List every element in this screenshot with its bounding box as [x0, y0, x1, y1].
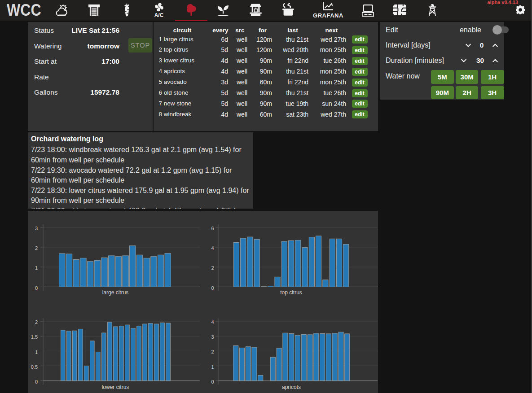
svg-text:apricots: apricots — [282, 384, 301, 390]
svg-text:3: 3 — [211, 334, 214, 340]
svg-text:large citrus: large citrus — [102, 289, 129, 296]
svg-text:4: 4 — [211, 319, 214, 325]
svg-text:2: 2 — [35, 245, 38, 251]
svg-text:4: 4 — [211, 245, 214, 251]
svg-text:2: 2 — [211, 349, 214, 354]
svg-text:0: 0 — [211, 285, 214, 291]
svg-text:0: 0 — [35, 285, 38, 291]
svg-text:lower citrus: lower citrus — [102, 384, 129, 390]
svg-text:6: 6 — [211, 226, 214, 231]
svg-text:top citrus: top citrus — [280, 289, 302, 296]
svg-text:1.5: 1.5 — [31, 334, 38, 340]
svg-text:0.5: 0.5 — [31, 364, 38, 370]
svg-text:3: 3 — [35, 226, 38, 231]
svg-text:1: 1 — [211, 364, 214, 370]
svg-text:0: 0 — [35, 379, 38, 384]
svg-text:2: 2 — [211, 265, 214, 271]
svg-text:1: 1 — [35, 349, 38, 355]
svg-text:1: 1 — [35, 265, 38, 271]
svg-text:0: 0 — [211, 379, 214, 384]
svg-text:2: 2 — [35, 319, 38, 325]
